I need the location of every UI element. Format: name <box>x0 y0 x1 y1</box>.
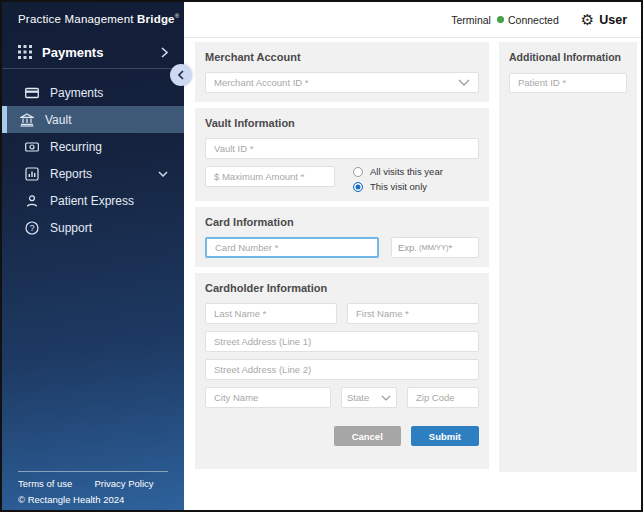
sidebar-footer: Terms of use Privacy Policy © Rectangle … <box>18 471 168 505</box>
state-select-label: State <box>347 392 369 403</box>
radio-all-visits-label: All visits this year <box>370 166 443 177</box>
cash-icon <box>25 140 39 154</box>
state-select[interactable]: State <box>341 387 397 408</box>
card-information-section: Card Information Exp. (MM/YY) * <box>195 207 489 267</box>
radio-this-visit-label: This visit only <box>370 181 427 192</box>
form-column: Merchant Account Merchant Account ID * V… <box>195 42 489 475</box>
merchant-account-title: Merchant Account <box>205 51 479 63</box>
grid-icon <box>18 45 32 59</box>
cancel-button[interactable]: Cancel <box>334 426 401 446</box>
street-address-2-input[interactable] <box>205 359 479 380</box>
question-circle-icon: ? <box>25 221 39 235</box>
sidebar-item-label: Patient Express <box>50 194 134 208</box>
privacy-policy-link[interactable]: Privacy Policy <box>94 478 153 489</box>
bank-icon <box>20 113 34 127</box>
top-bar: Terminal Connected ⚙ User <box>184 2 641 38</box>
vault-id-input[interactable] <box>205 138 479 159</box>
footer-divider <box>18 471 168 472</box>
maximum-amount-input[interactable] <box>205 166 335 187</box>
sidebar-header-label: Payments <box>42 45 103 60</box>
sidebar-item-patient-express[interactable]: Patient Express <box>2 187 184 214</box>
visit-radio-group: All visits this year This visit only <box>353 166 443 192</box>
chevron-left-icon <box>178 70 184 80</box>
first-name-input[interactable] <box>347 303 479 324</box>
terms-of-use-link[interactable]: Terms of use <box>18 478 72 489</box>
cardholder-information-section: Cardholder Information State <box>195 273 489 469</box>
sidebar-item-support[interactable]: ? Support <box>2 214 184 241</box>
vault-information-section: Vault Information All visits this year T… <box>195 108 489 201</box>
sidebar: Practice Management Bridge® Payments <box>2 2 184 510</box>
radio-unselected-icon <box>353 167 363 177</box>
connection-status-dot <box>497 16 504 23</box>
street-address-1-input[interactable] <box>205 331 479 352</box>
sidebar-item-recurring[interactable]: Recurring <box>2 133 184 160</box>
city-name-input[interactable] <box>205 387 331 408</box>
sidebar-item-vault[interactable]: Vault <box>2 106 184 133</box>
exp-required: * <box>449 242 453 253</box>
additional-information-section: Additional Information <box>499 42 637 472</box>
patient-id-input[interactable] <box>509 73 627 93</box>
zip-code-input[interactable] <box>407 387 479 408</box>
last-name-input[interactable] <box>205 303 337 324</box>
sidebar-item-label: Payments <box>50 86 103 100</box>
chevron-down-icon <box>158 171 168 177</box>
brand-trademark: ® <box>175 13 180 19</box>
additional-information-column: Additional Information <box>499 42 637 472</box>
exp-label: Exp. <box>398 242 417 253</box>
chevron-right-icon <box>161 47 168 58</box>
sidebar-item-label: Reports <box>50 167 92 181</box>
radio-selected-icon <box>353 182 363 192</box>
gear-icon: ⚙ <box>581 12 594 27</box>
radio-this-visit[interactable]: This visit only <box>353 181 443 192</box>
brand-logo: Practice Management Bridge® <box>18 13 179 25</box>
chevron-down-icon <box>381 395 391 401</box>
person-icon <box>25 194 39 208</box>
brand-name-regular: Practice Management <box>18 13 134 25</box>
brand-name-bold: Bridge <box>137 13 175 25</box>
sidebar-divider <box>2 68 184 69</box>
app-window: Practice Management Bridge® Payments <box>0 0 643 512</box>
svg-text:?: ? <box>30 223 35 233</box>
sidebar-item-payments[interactable]: Payments <box>2 79 184 106</box>
card-number-input[interactable] <box>205 237 379 258</box>
card-information-title: Card Information <box>205 216 479 228</box>
user-menu-label: User <box>599 13 627 27</box>
submit-button[interactable]: Submit <box>411 426 479 446</box>
radio-all-visits[interactable]: All visits this year <box>353 166 443 177</box>
copyright-text: © Rectangle Health 2024 <box>18 494 168 505</box>
vault-information-title: Vault Information <box>205 117 479 129</box>
sidebar-collapse-button[interactable] <box>170 64 192 86</box>
merchant-account-id-placeholder: Merchant Account ID * <box>214 77 309 88</box>
sidebar-item-label: Support <box>50 221 92 235</box>
exp-format: (MM/YY) <box>419 243 449 252</box>
merchant-account-id-select[interactable]: Merchant Account ID * <box>205 72 479 93</box>
credit-card-icon <box>25 86 39 100</box>
sidebar-menu: Payments Vault Recurring <box>2 79 184 241</box>
chevron-down-icon <box>458 79 470 86</box>
merchant-account-section: Merchant Account Merchant Account ID * <box>195 42 489 102</box>
bar-chart-icon <box>25 167 39 181</box>
cardholder-information-title: Cardholder Information <box>205 282 479 294</box>
main-content: Merchant Account Merchant Account ID * V… <box>184 38 641 510</box>
expiration-date-input[interactable]: Exp. (MM/YY) * <box>391 237 479 258</box>
form-actions: Cancel Submit <box>205 426 479 446</box>
sidebar-item-label: Recurring <box>50 140 102 154</box>
connection-status-text: Connected <box>508 14 559 26</box>
sidebar-header-payments[interactable]: Payments <box>2 39 184 65</box>
sidebar-item-reports[interactable]: Reports <box>2 160 184 187</box>
user-menu[interactable]: ⚙ User <box>581 12 627 27</box>
additional-information-title: Additional Information <box>509 51 627 63</box>
sidebar-item-label: Vault <box>45 113 71 127</box>
terminal-label: Terminal <box>451 14 491 26</box>
